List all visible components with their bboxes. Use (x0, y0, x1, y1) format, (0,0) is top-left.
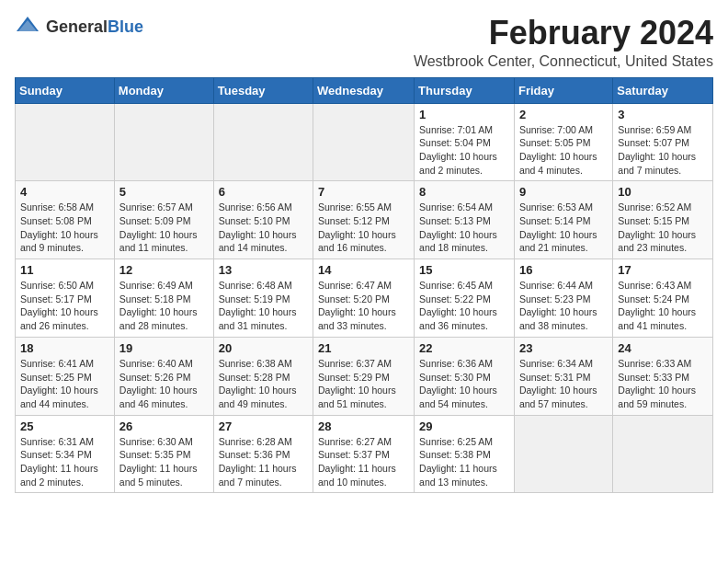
day-number: 14 (318, 263, 409, 277)
calendar-cell: 4Sunrise: 6:58 AM Sunset: 5:08 PM Daylig… (16, 181, 115, 259)
calendar-cell: 17Sunrise: 6:43 AM Sunset: 5:24 PM Dayli… (613, 259, 713, 338)
day-info: Sunrise: 7:01 AM Sunset: 5:04 PM Dayligh… (419, 123, 509, 178)
col-wednesday: Wednesday (313, 77, 415, 103)
day-number: 22 (419, 341, 509, 355)
calendar-cell (313, 103, 415, 181)
day-info: Sunrise: 6:34 AM Sunset: 5:31 PM Dayligh… (519, 357, 608, 411)
day-info: Sunrise: 6:55 AM Sunset: 5:12 PM Dayligh… (318, 201, 409, 255)
day-number: 16 (519, 263, 608, 277)
calendar: Sunday Monday Tuesday Wednesday Thursday… (15, 77, 713, 494)
day-number: 10 (618, 185, 708, 199)
calendar-cell (613, 415, 713, 493)
calendar-cell: 24Sunrise: 6:33 AM Sunset: 5:33 PM Dayli… (613, 337, 713, 415)
day-number: 3 (618, 108, 708, 121)
day-number: 4 (20, 185, 109, 199)
day-info: Sunrise: 6:27 AM Sunset: 5:37 PM Dayligh… (318, 435, 409, 489)
day-number: 28 (318, 419, 409, 433)
day-info: Sunrise: 6:37 AM Sunset: 5:29 PM Dayligh… (318, 357, 409, 411)
calendar-cell: 1Sunrise: 7:01 AM Sunset: 5:04 PM Daylig… (415, 103, 515, 181)
day-number: 24 (618, 341, 708, 355)
day-info: Sunrise: 6:50 AM Sunset: 5:17 PM Dayligh… (20, 279, 109, 333)
day-info: Sunrise: 6:43 AM Sunset: 5:24 PM Dayligh… (618, 279, 708, 333)
day-number: 20 (219, 341, 308, 355)
day-info: Sunrise: 7:00 AM Sunset: 5:05 PM Dayligh… (519, 123, 608, 178)
calendar-cell: 3Sunrise: 6:59 AM Sunset: 5:07 PM Daylig… (613, 103, 713, 181)
day-info: Sunrise: 6:49 AM Sunset: 5:18 PM Dayligh… (119, 279, 209, 333)
day-number: 6 (219, 185, 308, 199)
calendar-cell: 11Sunrise: 6:50 AM Sunset: 5:17 PM Dayli… (16, 259, 115, 338)
calendar-cell: 12Sunrise: 6:49 AM Sunset: 5:18 PM Dayli… (114, 259, 213, 338)
calendar-cell: 27Sunrise: 6:28 AM Sunset: 5:36 PM Dayli… (213, 415, 313, 493)
day-number: 18 (20, 341, 109, 355)
day-number: 21 (318, 341, 409, 355)
day-number: 8 (419, 185, 509, 199)
title-area: February 2024 Westbrook Center, Connecti… (414, 15, 713, 70)
logo: GeneralBlue (15, 15, 143, 39)
day-number: 15 (419, 263, 509, 277)
day-info: Sunrise: 6:40 AM Sunset: 5:26 PM Dayligh… (119, 357, 209, 411)
day-number: 23 (519, 341, 608, 355)
calendar-cell: 22Sunrise: 6:36 AM Sunset: 5:30 PM Dayli… (415, 337, 515, 415)
calendar-cell: 16Sunrise: 6:44 AM Sunset: 5:23 PM Dayli… (514, 259, 612, 338)
day-number: 26 (119, 419, 209, 433)
day-info: Sunrise: 6:36 AM Sunset: 5:30 PM Dayligh… (419, 357, 509, 411)
calendar-cell: 6Sunrise: 6:56 AM Sunset: 5:10 PM Daylig… (213, 181, 313, 259)
day-info: Sunrise: 6:30 AM Sunset: 5:35 PM Dayligh… (119, 435, 209, 489)
calendar-cell: 26Sunrise: 6:30 AM Sunset: 5:35 PM Dayli… (114, 415, 213, 493)
calendar-cell (213, 103, 313, 181)
day-number: 27 (219, 419, 308, 433)
calendar-cell: 13Sunrise: 6:48 AM Sunset: 5:19 PM Dayli… (213, 259, 313, 338)
day-info: Sunrise: 6:28 AM Sunset: 5:36 PM Dayligh… (219, 435, 308, 489)
day-info: Sunrise: 6:45 AM Sunset: 5:22 PM Dayligh… (419, 279, 509, 333)
calendar-cell: 25Sunrise: 6:31 AM Sunset: 5:34 PM Dayli… (16, 415, 115, 493)
calendar-cell: 14Sunrise: 6:47 AM Sunset: 5:20 PM Dayli… (313, 259, 415, 338)
day-number: 2 (519, 108, 608, 121)
logo-general: General (46, 17, 108, 36)
month-title: February 2024 (414, 15, 713, 52)
day-number: 25 (20, 419, 109, 433)
day-info: Sunrise: 6:57 AM Sunset: 5:09 PM Dayligh… (119, 201, 209, 255)
col-saturday: Saturday (613, 77, 713, 103)
day-number: 19 (119, 341, 209, 355)
calendar-cell: 2Sunrise: 7:00 AM Sunset: 5:05 PM Daylig… (514, 103, 612, 181)
location-title: Westbrook Center, Connecticut, United St… (414, 53, 713, 70)
day-number: 11 (20, 263, 109, 277)
day-info: Sunrise: 6:56 AM Sunset: 5:10 PM Dayligh… (219, 201, 308, 255)
day-number: 29 (419, 419, 509, 433)
calendar-cell: 19Sunrise: 6:40 AM Sunset: 5:26 PM Dayli… (114, 337, 213, 415)
day-info: Sunrise: 6:54 AM Sunset: 5:13 PM Dayligh… (419, 201, 509, 255)
calendar-cell (114, 103, 213, 181)
calendar-cell: 28Sunrise: 6:27 AM Sunset: 5:37 PM Dayli… (313, 415, 415, 493)
calendar-week-1: 1Sunrise: 7:01 AM Sunset: 5:04 PM Daylig… (16, 103, 713, 181)
calendar-cell: 5Sunrise: 6:57 AM Sunset: 5:09 PM Daylig… (114, 181, 213, 259)
day-number: 9 (519, 185, 608, 199)
col-friday: Friday (514, 77, 612, 103)
calendar-week-2: 4Sunrise: 6:58 AM Sunset: 5:08 PM Daylig… (16, 181, 713, 259)
calendar-cell: 8Sunrise: 6:54 AM Sunset: 5:13 PM Daylig… (415, 181, 515, 259)
page-header: GeneralBlue February 2024 Westbrook Cent… (15, 15, 713, 70)
calendar-cell (16, 103, 115, 181)
calendar-cell: 23Sunrise: 6:34 AM Sunset: 5:31 PM Dayli… (514, 337, 612, 415)
day-number: 13 (219, 263, 308, 277)
calendar-cell: 9Sunrise: 6:53 AM Sunset: 5:14 PM Daylig… (514, 181, 612, 259)
col-sunday: Sunday (16, 77, 115, 103)
calendar-cell: 21Sunrise: 6:37 AM Sunset: 5:29 PM Dayli… (313, 337, 415, 415)
calendar-week-5: 25Sunrise: 6:31 AM Sunset: 5:34 PM Dayli… (16, 415, 713, 493)
day-number: 7 (318, 185, 409, 199)
logo-icon (15, 15, 40, 39)
day-info: Sunrise: 6:47 AM Sunset: 5:20 PM Dayligh… (318, 279, 409, 333)
calendar-cell: 29Sunrise: 6:25 AM Sunset: 5:38 PM Dayli… (415, 415, 515, 493)
day-info: Sunrise: 6:58 AM Sunset: 5:08 PM Dayligh… (20, 201, 109, 255)
calendar-cell: 7Sunrise: 6:55 AM Sunset: 5:12 PM Daylig… (313, 181, 415, 259)
day-info: Sunrise: 6:52 AM Sunset: 5:15 PM Dayligh… (618, 201, 708, 255)
calendar-week-4: 18Sunrise: 6:41 AM Sunset: 5:25 PM Dayli… (16, 337, 713, 415)
col-monday: Monday (114, 77, 213, 103)
calendar-week-3: 11Sunrise: 6:50 AM Sunset: 5:17 PM Dayli… (16, 259, 713, 338)
day-info: Sunrise: 6:48 AM Sunset: 5:19 PM Dayligh… (219, 279, 308, 333)
day-info: Sunrise: 6:31 AM Sunset: 5:34 PM Dayligh… (20, 435, 109, 489)
day-info: Sunrise: 6:59 AM Sunset: 5:07 PM Dayligh… (618, 123, 708, 178)
day-number: 17 (618, 263, 708, 277)
calendar-cell: 20Sunrise: 6:38 AM Sunset: 5:28 PM Dayli… (213, 337, 313, 415)
day-info: Sunrise: 6:53 AM Sunset: 5:14 PM Dayligh… (519, 201, 608, 255)
calendar-header-row: Sunday Monday Tuesday Wednesday Thursday… (16, 77, 713, 103)
